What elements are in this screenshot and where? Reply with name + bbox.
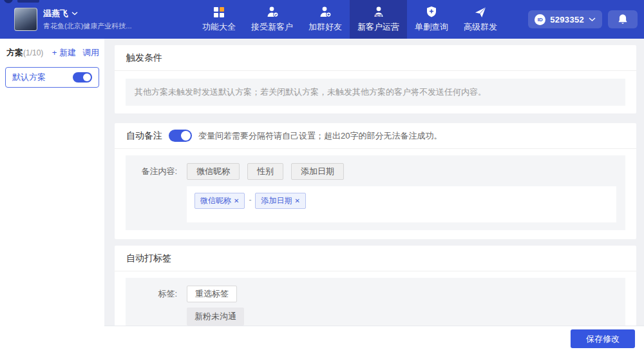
selected-variable-label: 添加日期 <box>261 195 292 206</box>
svg-text:NEW: NEW <box>375 14 382 17</box>
selected-variable-add-date[interactable]: 添加日期 ✕ <box>255 193 305 209</box>
header-right: ID 5293352 <box>528 10 638 28</box>
auto-remark-title: 自动备注 <box>126 130 162 142</box>
grid-icon <box>213 6 225 18</box>
chevron-down-icon <box>589 17 596 22</box>
shield-icon <box>426 6 437 18</box>
plan-sidebar: 方案 (1/10) + 新建 调用 默认方案 <box>0 39 104 352</box>
account-id-dropdown[interactable]: ID 5293352 <box>528 10 602 28</box>
account-block[interactable]: 温燕飞 青花鱼(北京)健康产业科技... <box>14 8 132 31</box>
remove-icon[interactable]: ✕ <box>294 197 299 204</box>
person-add-icon <box>319 6 332 18</box>
clipped-top-icon <box>4 0 13 3</box>
variable-buttons: 微信昵称 性别 添加日期 <box>187 163 344 180</box>
nav-item-new-customer-ops[interactable]: NEW 新客户运营 <box>350 0 407 39</box>
avatar[interactable] <box>14 8 37 31</box>
auto-remark-toggle[interactable] <box>169 130 192 142</box>
variable-button-wechat-nickname[interactable]: 微信昵称 <box>187 163 240 180</box>
plans-count: (1/10) <box>23 48 43 57</box>
nav-label: 单删查询 <box>415 21 448 33</box>
sidebar-header: 方案 (1/10) + 新建 调用 <box>0 39 104 65</box>
nav-item-delete-check[interactable]: 单删查询 <box>407 0 456 39</box>
plan-item-default[interactable]: 默认方案 <box>5 67 99 88</box>
clipped-top-text <box>17 0 39 3</box>
nav-label: 新客户运营 <box>357 21 399 33</box>
tag-panel: 标签: 重选标签 新粉未沟通 <box>126 278 625 326</box>
remark-editor[interactable]: 微信昵称 ✕ - 添加日期 ✕ <box>187 186 616 222</box>
nav-item-add-group-friends[interactable]: 加群好友 <box>301 0 350 39</box>
nav-item-features[interactable]: 功能大全 <box>194 0 243 39</box>
id-icon: ID <box>535 14 545 25</box>
plans-title: 方案 <box>6 47 23 59</box>
nav-label: 接受新客户 <box>251 21 293 33</box>
plan-name: 默认方案 <box>12 72 46 83</box>
app-window: 温燕飞 青花鱼(北京)健康产业科技... 功能 <box>0 0 644 352</box>
bell-icon <box>618 14 628 25</box>
auto-remark-note: 变量间若需要分隔符请自己设置；超出20字的部分无法备注成功。 <box>198 130 442 142</box>
main-nav: 功能大全 接受新客户 <box>194 0 505 39</box>
person-check-icon <box>266 6 279 18</box>
footer-divider <box>104 326 644 326</box>
person-new-icon: NEW <box>372 6 385 18</box>
separator-text: - <box>249 195 251 204</box>
nav-label: 加群好友 <box>308 21 342 33</box>
tag-new-fan: 新粉未沟通 <box>187 308 244 326</box>
user-name: 温燕飞 <box>43 8 68 19</box>
top-navbar: 温燕飞 青花鱼(北京)健康产业科技... 功能 <box>0 0 644 39</box>
auto-tag-card: 自动打标签 标签: 重选标签 新粉未沟通 <box>115 246 636 326</box>
new-plan-button[interactable]: + 新建 <box>52 47 76 59</box>
selected-variable-wechat-nickname[interactable]: 微信昵称 ✕ <box>194 193 245 209</box>
send-plane-icon <box>475 6 486 18</box>
reselect-tags-button[interactable]: 重选标签 <box>187 286 237 302</box>
chevron-down-icon[interactable] <box>71 12 78 15</box>
nav-label: 高级群发 <box>464 21 497 33</box>
user-company: 青花鱼(北京)健康产业科技... <box>43 21 132 31</box>
nav-item-mass-send[interactable]: 高级群发 <box>456 0 505 39</box>
auto-tag-title: 自动打标签 <box>126 253 171 264</box>
invoke-plan-button[interactable]: 调用 <box>82 47 99 59</box>
variable-button-add-date[interactable]: 添加日期 <box>291 163 344 180</box>
trigger-condition-card: 触发条件 其他方案未触发时发送默认方案；若关闭默认方案，未触发其他方案的客户将不… <box>115 45 636 113</box>
trigger-condition-info: 其他方案未触发时发送默认方案；若关闭默认方案，未触发其他方案的客户将不发送任何内… <box>126 79 625 106</box>
notifications-button[interactable] <box>608 10 638 28</box>
nav-item-accept-customers[interactable]: 接受新客户 <box>243 0 301 39</box>
remove-icon[interactable]: ✕ <box>234 197 239 204</box>
remark-panel: 备注内容: 微信昵称 性别 添加日期 微信昵称 ✕ - <box>126 155 625 230</box>
remark-content-label: 备注内容: <box>126 163 177 180</box>
main-content: 触发条件 其他方案未触发时发送默认方案；若关闭默认方案，未触发其他方案的客户将不… <box>104 39 644 326</box>
auto-remark-card: 自动备注 变量间若需要分隔符请自己设置；超出20字的部分无法备注成功。 备注内容… <box>115 123 636 239</box>
account-id: 5293352 <box>550 15 584 24</box>
user-meta: 温燕飞 青花鱼(北京)健康产业科技... <box>43 8 132 31</box>
selected-variable-label: 微信昵称 <box>200 195 231 206</box>
save-button[interactable]: 保存修改 <box>571 329 635 348</box>
trigger-condition-title: 触发条件 <box>126 52 162 64</box>
plan-toggle[interactable] <box>73 72 92 83</box>
nav-label: 功能大全 <box>202 21 236 33</box>
footer-bar: 保存修改 <box>0 326 644 352</box>
variable-button-gender[interactable]: 性别 <box>247 163 283 180</box>
tag-label: 标签: <box>126 286 177 302</box>
